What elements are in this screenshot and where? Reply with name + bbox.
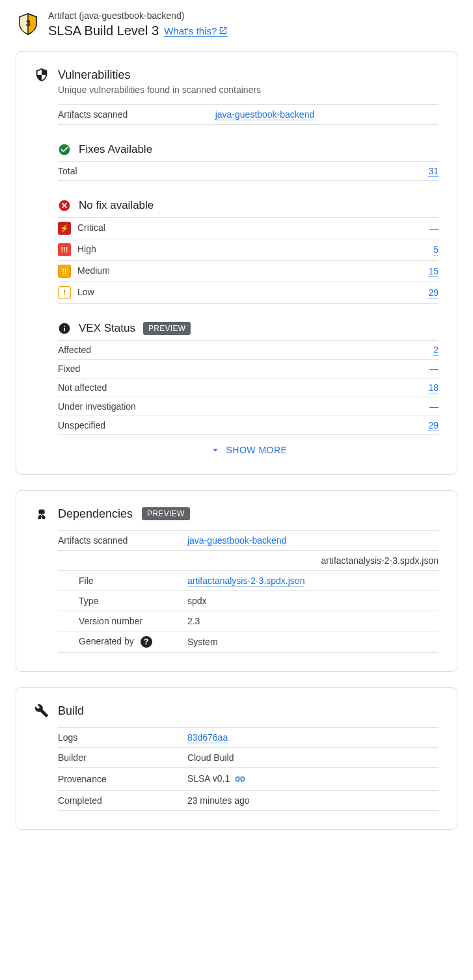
dep-artifacts-scanned-link[interactable]: java-guestbook-backend	[187, 535, 287, 546]
dash-value: —	[429, 223, 439, 233]
vulnerabilities-card: Vulnerabilities Unique vulnerabilities f…	[16, 51, 457, 475]
slsa-title: SLSA Build Level 3	[48, 23, 159, 38]
severity-count-link[interactable]: 5	[433, 245, 439, 256]
dependencies-icon	[34, 507, 49, 521]
dep-value: System	[187, 637, 218, 647]
dep-row-label: File	[58, 571, 187, 591]
shield-icon	[34, 68, 49, 82]
build-row-label: Logs	[58, 728, 187, 748]
dep-group-label: artifactanalysis-2-3.spdx.json	[58, 551, 439, 571]
wrench-icon	[34, 704, 49, 718]
vulnerabilities-title: Vulnerabilities	[58, 68, 130, 82]
build-value-link[interactable]: 83d676aa	[187, 732, 228, 743]
build-card: Build Logs83d676aaBuilderCloud BuildProv…	[16, 687, 457, 830]
svg-text:3: 3	[25, 18, 30, 28]
no-fix-title: No fix available	[79, 199, 154, 212]
vex-row-label: Unspecified	[58, 416, 395, 435]
dash-value: —	[429, 364, 439, 374]
severity-label: Low	[77, 287, 94, 297]
vex-row-label: Affected	[58, 341, 395, 360]
dep-row-label: Generated by ?	[58, 631, 187, 653]
vex-count-link[interactable]: 29	[428, 420, 439, 431]
error-circle-icon	[58, 199, 71, 212]
total-label: Total	[58, 162, 307, 181]
slsa-badge-icon: 3	[18, 13, 38, 35]
vulnerabilities-subtitle: Unique vulnerabilities found in scanned …	[58, 85, 439, 95]
artifacts-scanned-link[interactable]: java-guestbook-backend	[215, 109, 315, 120]
severity-count-link[interactable]: 15	[428, 266, 439, 277]
chevron-down-icon	[209, 444, 221, 456]
fixes-available-title: Fixes Available	[79, 143, 152, 156]
dep-value-link[interactable]: artifactanalysis-2-3.spdx.json	[187, 576, 305, 587]
preview-badge: PREVIEW	[142, 507, 189, 520]
show-more-button[interactable]: SHOW MORE	[58, 444, 439, 456]
vex-row-label: Under investigation	[58, 397, 395, 416]
severity-low-icon: !	[58, 286, 71, 299]
whats-this-link[interactable]: What's this?	[164, 25, 228, 37]
build-value: SLSA v0.1	[187, 773, 230, 784]
dep-artifacts-scanned-label: Artifacts scanned	[58, 531, 187, 551]
external-link-icon	[219, 26, 228, 35]
build-row-label: Provenance	[58, 768, 187, 791]
dep-value: 2.3	[187, 616, 200, 626]
artifacts-scanned-label: Artifacts scanned	[58, 105, 215, 125]
vex-count-link[interactable]: 2	[433, 345, 439, 356]
vex-count-link[interactable]: 18	[428, 382, 439, 393]
vex-row-label: Not affected	[58, 378, 395, 397]
severity-label: High	[77, 244, 96, 254]
vex-status-title: VEX Status	[79, 322, 135, 335]
build-row-label: Completed	[58, 791, 187, 811]
help-icon[interactable]: ?	[141, 636, 152, 648]
build-value: 23 minutes ago	[187, 795, 250, 806]
info-icon	[58, 322, 71, 335]
severity-high-icon: !!!	[58, 243, 71, 256]
severity-medium-icon: !!	[58, 265, 71, 278]
page-header: 3 Artifact (java-guestbook-backend) SLSA…	[16, 10, 457, 38]
dash-value: —	[429, 401, 439, 412]
build-row-label: Builder	[58, 748, 187, 768]
total-value-link[interactable]: 31	[428, 166, 439, 177]
artifact-label: Artifact (java-guestbook-backend)	[48, 10, 228, 21]
severity-label: Critical	[77, 222, 105, 233]
build-value: Cloud Build	[187, 752, 234, 763]
severity-count-link[interactable]: 29	[428, 287, 439, 298]
check-circle-icon	[58, 143, 71, 156]
dependencies-card: Dependencies PREVIEW Artifacts scanned j…	[16, 490, 457, 672]
dep-value: spdx	[187, 596, 207, 606]
preview-badge: PREVIEW	[143, 322, 191, 335]
dependencies-title: Dependencies	[58, 507, 133, 521]
severity-label: Medium	[77, 265, 110, 276]
dep-row-label: Type	[58, 591, 187, 611]
severity-critical-icon: ⚡	[58, 222, 71, 235]
build-title: Build	[58, 704, 84, 718]
vex-row-label: Fixed	[58, 360, 395, 378]
dep-row-label: Version number	[58, 611, 187, 631]
link-icon[interactable]	[234, 773, 247, 786]
